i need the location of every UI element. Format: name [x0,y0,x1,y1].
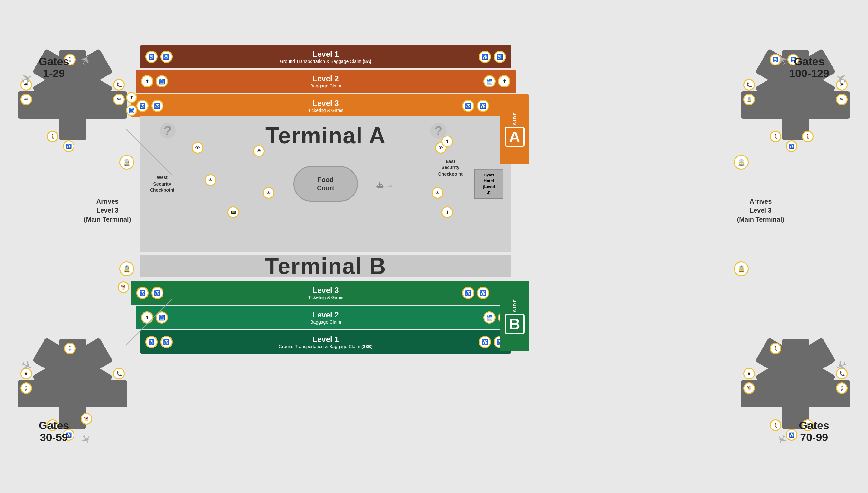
level-icon: ♿ [151,287,163,299]
gate-icon: 🐕 [81,413,92,425]
terminal-b-levels: ♿ ♿ Level 3 Ticketing & Gates ♿ ♿ SIDE B… [140,281,511,353]
terminal-a-level1-bar: ♿ ♿ Level 1 Ground Transportation & Bagg… [140,45,511,68]
gate-icon: 🚶 [770,131,781,142]
question-right: ? [431,123,447,139]
terminal-a-levels: ♿ ♿ Level 1 Ground Transportation & Bagg… [140,45,511,117]
level-icon: ♿ [479,336,491,348]
gate-icon: 👁 [20,93,32,105]
gate-area-bottom-right: 🚶 📞 👁 🐕 🚶 ♿ 🚊 🚶 [740,339,850,449]
level-icon: ♿ [477,287,489,299]
gate-icon: 👁 [836,93,848,105]
food-court: Food Court [293,166,358,202]
gate-icon: 📞 [113,79,125,91]
transit-icon-right-mid: 🚊 [734,261,749,276]
gate-icon: 🚶 [770,420,781,431]
gate-icon: 🚶 [47,131,59,142]
side-a-badge: SIDE A [500,94,529,164]
gate-icon: 🚶 [836,382,848,394]
gates-label-top-right: Gates 100-129 [789,56,829,80]
transit-icon-left-top: 🚊 [119,155,134,170]
side-a-text: SIDE [512,111,517,125]
escalator-right-2: ⬇ [441,207,453,218]
side-b-letter: B [505,314,525,334]
terminal-a-name: Terminal A [265,123,386,148]
level-a1-subtitle: Ground Transportation & Baggage Claim (8… [280,59,371,64]
gate-icon: 🚊 [743,93,755,105]
view-icon-1: 👁 [192,142,203,154]
level-icon: ♿ [145,336,158,348]
gates-label-top-left: Gates 1-29 [39,56,69,80]
gates-label-bottom-left: Gates 30-59 [39,420,69,444]
level-a2-title: Level 2 [310,74,341,83]
dog-icon-b: 🐕 [118,281,129,293]
terminal-b-level2-bar: ⬆ 🛗 Level 2 Baggage Claim 🛗 ⬆ [136,306,516,329]
escalator-icon-left: ⬆ [126,92,137,103]
level-icon: ♿ [160,51,173,63]
level-icon: ♿ [145,51,158,63]
gate-icon: 🚶 [20,382,32,394]
level-b2-title: Level 2 [310,310,341,319]
gate-area-top-left: 🚶 📞 👁 👁 👁 🚶 ♿ [18,50,128,160]
gate-icon: 🚶 [802,131,814,142]
level-icon: ♿ [462,100,474,112]
level-b1-subtitle: Ground Transportation & Baggage Claim (2… [279,344,373,349]
level-icon: ♿ [136,100,149,112]
terminal-b-level3-bar: ♿ ♿ Level 3 Ticketing & Gates ♿ ♿ SIDE B [131,281,520,305]
level-icon: 🛗 [483,75,496,87]
gate-icon: 👁 [743,368,755,380]
terminal-a-level2-bar: ⬆ 🛗 Level 2 Baggage Claim 🛗 ⬆ [136,70,516,93]
terminal-a-level3-bar: ♿ ♿ Level 3 Ticketing & Gates ♿ ♿ SIDE A [131,94,520,117]
side-a-letter: A [505,127,525,147]
terminal-b-level1-bar: ♿ ♿ Level 1 Ground Transportation & Bagg… [140,330,511,353]
gate-icon: 👁 [113,93,125,105]
level-b2-subtitle: Baggage Claim [310,319,341,325]
arrives-left: Arrives Level 3 (Main Terminal) [84,197,131,224]
terminal-b-name: Terminal B [140,255,511,277]
elevator-icon-left: 🛗 [126,105,137,116]
gate-icon: 🚶 [770,343,781,354]
level-icon: ♿ [151,100,163,112]
level-b1-title: Level 1 [279,335,373,344]
level-icon: ♿ [477,100,489,112]
gate-area-bottom-left: 📞 👁 🚶 🚶 ♿ 🚶 🐕 [18,339,128,449]
view-icon-3: 👁 [253,145,265,157]
view-icon-2: 👁 [205,174,216,186]
level-icon: ⬆ [498,75,510,87]
gates-label-bottom-right: Gates 70-99 [799,420,830,444]
arrives-right: Arrives Level 3 (Main Terminal) [737,197,784,224]
view-icon-6: 👁 [432,187,443,199]
level-icon: ♿ [136,287,149,299]
view-icon-4: 👁 [263,187,274,199]
transit-icon-right-top: 🚊 [734,155,749,170]
level-a3-subtitle: Ticketing & Gates [308,108,343,113]
level-b3-subtitle: Ticketing & Gates [308,295,343,300]
level-icon: ♿ [462,287,474,299]
ferry-area: ⛴→ [375,181,394,191]
side-b-text: SIDE [512,298,517,312]
gate-icon: 📞 [113,368,125,380]
side-b-badge: SIDE B [500,281,529,351]
gate-icon: ♿ [63,141,74,152]
map-container: 🚶 📞 👁 👁 👁 🚶 ♿ Gates 1-29 ✈ ✈ 📞 👁 🚶 🚶 ♿ 🚶… [0,0,868,493]
terminal-a-body: Terminal A West Security Checkpoint East… [140,116,511,252]
question-left: ? [160,123,176,139]
level-b3-title: Level 3 [308,286,343,295]
level-icon: 🛗 [483,312,496,324]
level-icon: ⬆ [141,312,153,324]
level-a2-subtitle: Baggage Claim [310,83,341,88]
transit-icon-left-mid: 🚊 [119,261,134,276]
east-security-label: East Security Checkpoint [438,158,463,177]
level-icon: ♿ [479,51,491,63]
gate-icon: 📞 [743,79,755,91]
info-icon-1: 📟 [227,207,239,218]
gate-icon: ♿ [786,141,797,152]
west-security-label: West Security Checkpoint [150,175,175,194]
level-icon: 🛗 [156,75,168,87]
level-icon: ♿ [160,336,173,348]
level-a3-title: Level 3 [308,99,343,108]
gate-icon: 🐕 [743,382,755,394]
gate-icon: 🚶 [64,343,76,354]
level-a1-title: Level 1 [280,50,371,59]
hyatt-hotel-box: Hyatt Hotel (Level 4) [474,169,503,199]
level-icon: ♿ [494,51,506,63]
